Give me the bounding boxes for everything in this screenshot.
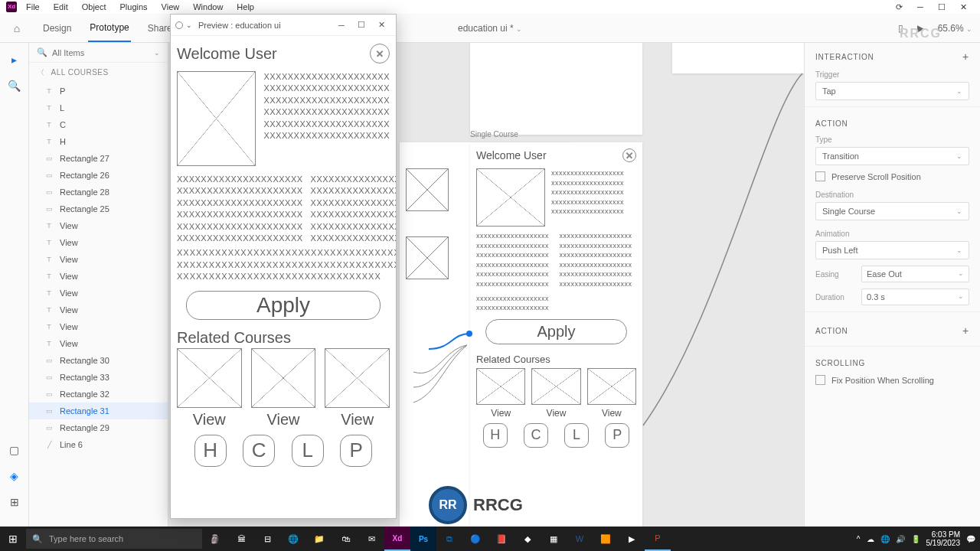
sync-icon[interactable]: ⟳ bbox=[888, 2, 910, 12]
apply-button[interactable]: Apply bbox=[485, 319, 627, 344]
menu-edit[interactable]: Edit bbox=[54, 2, 68, 11]
tab-design[interactable]: Design bbox=[41, 15, 73, 41]
add-interaction-icon[interactable]: + bbox=[962, 51, 969, 63]
menu-help[interactable]: Help bbox=[237, 2, 254, 11]
preview-apply-button[interactable]: Apply bbox=[186, 291, 381, 320]
menu-file[interactable]: File bbox=[26, 2, 40, 11]
layer-item[interactable]: ▭Rectangle 33 bbox=[29, 369, 168, 386]
window-maximize-icon[interactable]: ☐ bbox=[931, 2, 952, 12]
tray-chevron-icon[interactable]: ^ bbox=[857, 535, 861, 543]
powerpoint-icon[interactable]: P bbox=[645, 527, 671, 551]
document-title[interactable]: education ui * ⌄ bbox=[458, 23, 522, 34]
network-icon[interactable]: 🌐 bbox=[880, 535, 890, 543]
preview-minimize-icon[interactable]: ─ bbox=[332, 21, 351, 30]
layers-breadcrumb[interactable]: 〈ALL COURSES bbox=[29, 63, 168, 83]
layer-item[interactable]: ▭Rectangle 31 bbox=[29, 403, 168, 419]
menu-plugins[interactable]: Plugins bbox=[120, 2, 148, 11]
preview-maximize-icon[interactable]: ☐ bbox=[351, 20, 371, 30]
layer-item[interactable]: ▭Rectangle 27 bbox=[29, 150, 168, 167]
window-minimize-icon[interactable]: ─ bbox=[910, 2, 931, 11]
layer-item[interactable]: TView bbox=[29, 302, 168, 318]
layer-item[interactable]: TView bbox=[29, 217, 168, 234]
xd-taskbar-icon[interactable]: Xd bbox=[384, 527, 410, 551]
layers-search-input[interactable] bbox=[52, 48, 154, 57]
layer-item[interactable]: TC bbox=[29, 116, 168, 133]
taskbar-clock[interactable]: 6:03 PM 5/19/2023 bbox=[926, 530, 961, 547]
home-icon[interactable]: ⌂ bbox=[8, 22, 26, 34]
system-tray[interactable]: ^ ☁ 🌐 🔊 🔋 6:03 PM 5/19/2023 💬 bbox=[857, 530, 980, 547]
zoom-level[interactable]: 65.6% ⌄ bbox=[938, 23, 972, 34]
close-icon[interactable] bbox=[370, 44, 390, 64]
battery-icon[interactable]: 🔋 bbox=[911, 535, 920, 543]
layer-item[interactable]: TView bbox=[29, 285, 168, 302]
word-icon[interactable]: W bbox=[567, 527, 593, 551]
layer-item[interactable]: TL bbox=[29, 99, 168, 116]
record-icon[interactable] bbox=[175, 21, 183, 29]
layer-item[interactable]: ▭Rectangle 25 bbox=[29, 201, 168, 217]
plugins-icon[interactable]: ⊞ bbox=[5, 493, 24, 511]
layers-icon[interactable]: ◈ bbox=[5, 467, 24, 485]
app-icon-3[interactable]: ▦ bbox=[541, 527, 567, 551]
layer-item[interactable]: ╱Line 6 bbox=[29, 436, 168, 453]
layer-item[interactable]: ▭Rectangle 26 bbox=[29, 167, 168, 184]
destination-select[interactable]: Single Course⌄ bbox=[815, 202, 969, 220]
type-select[interactable]: Transition⌄ bbox=[815, 147, 969, 165]
menu-view[interactable]: View bbox=[162, 2, 180, 11]
preview-body[interactable]: Welcome User XXXXXXXXXXXXXXXXXXXXX XXXXX… bbox=[171, 36, 396, 518]
duration-input[interactable]: 0.3 s⌄ bbox=[861, 289, 969, 305]
nav-h[interactable]: H bbox=[194, 435, 227, 467]
chrome-icon[interactable]: 🔵 bbox=[462, 527, 488, 551]
start-button[interactable]: ⊞ bbox=[0, 533, 26, 545]
select-tool-icon[interactable]: ▸ bbox=[5, 51, 24, 69]
add-action-icon[interactable]: + bbox=[962, 324, 969, 337]
layer-item[interactable]: ▭Rectangle 32 bbox=[29, 386, 168, 403]
artboard-label[interactable]: Single Course bbox=[470, 130, 518, 139]
mail-icon[interactable]: ✉ bbox=[358, 527, 384, 551]
layer-item[interactable]: TP bbox=[29, 83, 168, 99]
fix-position-checkbox[interactable]: Fix Position When Scrolling bbox=[815, 375, 969, 385]
app-icon-1[interactable]: 📕 bbox=[488, 527, 514, 551]
onedrive-icon[interactable]: ☁ bbox=[867, 535, 874, 543]
layer-item[interactable]: ▭Rectangle 30 bbox=[29, 352, 168, 369]
layer-item[interactable]: TView bbox=[29, 268, 168, 285]
tab-prototype[interactable]: Prototype bbox=[88, 15, 130, 42]
app-icon-4[interactable]: 🟧 bbox=[593, 527, 619, 551]
layer-item[interactable]: ▭Rectangle 29 bbox=[29, 419, 168, 436]
nav-l[interactable]: L bbox=[292, 435, 324, 467]
easing-select[interactable]: Ease Out⌄ bbox=[861, 266, 969, 282]
taskbar-search[interactable]: 🔍Type here to search bbox=[26, 529, 202, 549]
preview-window[interactable]: ⌄ Preview : education ui ─ ☐ ✕ Welcome U… bbox=[170, 14, 397, 519]
artboard-single-course[interactable]: Single Course Welcome User xxxxxxxxxxxxx… bbox=[470, 142, 642, 527]
volume-icon[interactable]: 🔊 bbox=[896, 535, 905, 543]
layer-item[interactable]: TView bbox=[29, 234, 168, 251]
preserve-scroll-checkbox[interactable]: Preserve Scroll Position bbox=[815, 171, 969, 181]
layers-search[interactable]: 🔍 ⌄ bbox=[29, 43, 168, 63]
preview-close-icon[interactable]: ✕ bbox=[371, 20, 391, 30]
libraries-icon[interactable]: ▢ bbox=[5, 441, 24, 459]
ps-icon[interactable]: Ps bbox=[410, 527, 436, 551]
preview-dropdown-icon[interactable]: ⌄ bbox=[186, 21, 192, 29]
taskbar-app-1[interactable]: 🗿 bbox=[202, 527, 228, 551]
vscode-icon[interactable]: ⧉ bbox=[436, 527, 462, 551]
nav-c[interactable]: C bbox=[243, 435, 275, 467]
task-view-icon[interactable]: ⊟ bbox=[254, 527, 280, 551]
menu-object[interactable]: Object bbox=[82, 2, 106, 11]
app-icon-5[interactable]: ▶ bbox=[619, 527, 645, 551]
notifications-icon[interactable]: 💬 bbox=[966, 535, 975, 543]
layer-item[interactable]: TH bbox=[29, 133, 168, 150]
explorer-icon[interactable]: 📁 bbox=[306, 527, 332, 551]
nav-p[interactable]: P bbox=[340, 435, 372, 467]
trigger-select[interactable]: Tap⌄ bbox=[815, 82, 969, 100]
edge-icon[interactable]: 🌐 bbox=[280, 527, 306, 551]
menu-window[interactable]: Window bbox=[193, 2, 223, 11]
taskbar-app-2[interactable]: 🏛 bbox=[228, 527, 254, 551]
layer-item[interactable]: TView bbox=[29, 318, 168, 335]
animation-select[interactable]: Push Left⌄ bbox=[815, 241, 969, 259]
layer-item[interactable]: TView bbox=[29, 335, 168, 352]
layer-item[interactable]: ▭Rectangle 28 bbox=[29, 184, 168, 201]
layer-item[interactable]: TView bbox=[29, 251, 168, 268]
zoom-tool-icon[interactable]: 🔍 bbox=[5, 77, 24, 95]
window-close-icon[interactable]: ✕ bbox=[952, 2, 974, 12]
store-icon[interactable]: 🛍 bbox=[332, 527, 358, 551]
app-icon-2[interactable]: ◆ bbox=[514, 527, 541, 551]
